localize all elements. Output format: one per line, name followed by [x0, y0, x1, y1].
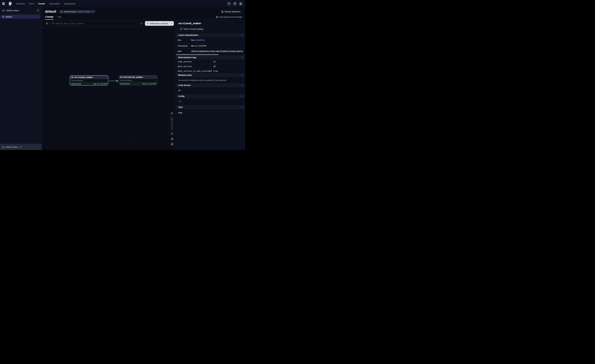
expand-sidebar-panel-icon[interactable] — [45, 21, 49, 25]
asset-group-badge: Asset Group in 250321-dvers — [58, 10, 96, 14]
tag-row: data_version_is_user_provided true — [176, 69, 245, 73]
row-label: Run — [176, 37, 189, 43]
lineage-panel: Materialize selected ▼ versioned_nu — [42, 20, 176, 150]
collapse-caret-icon: ▼ — [241, 85, 243, 86]
badge-group-link[interactable]: 250321-dvers — [78, 10, 91, 13]
refresh-icon[interactable] — [20, 146, 22, 148]
sidebar-group-label: 250321-dvers — [6, 9, 35, 12]
sidebar-group-count: 1 — [36, 9, 40, 12]
tag-row: data_version 20 — [176, 64, 245, 69]
nav-item-deployment[interactable]: Deployment — [64, 2, 75, 5]
table-row: path /Users/smackesey/stm/code/elementl/… — [176, 49, 245, 54]
zoom-slider-handle[interactable] — [171, 118, 173, 120]
nav-item-overview[interactable]: Overview — [16, 2, 25, 5]
content: Materialize selected ▼ versioned_nu — [42, 20, 245, 150]
tag-value: 20 — [211, 64, 245, 69]
search-icon — [52, 22, 54, 25]
zoom-out-icon[interactable] — [170, 132, 174, 136]
nav-item-runs[interactable]: Runs — [29, 2, 34, 5]
nav-item-assets[interactable]: Assets — [38, 2, 45, 5]
timestamp-value: Mar 21, 5:29 PM — [189, 43, 245, 49]
collapse-caret-icon: ▼ — [241, 75, 243, 76]
dagster-logo-icon[interactable] — [8, 1, 13, 6]
sidebar-item-default[interactable]: default — [1, 15, 40, 19]
refresh-icon[interactable] — [92, 10, 94, 13]
table-row: Run Run c9a40434 — [176, 37, 245, 43]
section-latest-materialization[interactable]: Latest materialization ▼ — [176, 33, 245, 37]
section-metadata-plots[interactable]: Metadata plots ▼ — [176, 73, 245, 77]
collapse-caret-icon: ▼ — [241, 106, 243, 108]
zoom-slider[interactable] — [170, 115, 174, 132]
tag-value: v5 — [211, 59, 245, 64]
asset-node-timestamp: Mar 21, 5:29 PM — [93, 83, 107, 85]
latest-materialization-table: Run Run c9a40434 Timestamp Mar 21, 5:29 … — [176, 37, 245, 54]
asset-node-description: No description — [119, 79, 157, 82]
scrollbar-thumb[interactable] — [176, 54, 219, 55]
nav-item-automation[interactable]: Automation — [49, 2, 60, 5]
refresh-graph-icon[interactable] — [139, 21, 143, 26]
asset-node-title: versioned_number — [74, 76, 93, 78]
folder-icon — [2, 9, 5, 12]
lineage-edge-arrow — [109, 79, 119, 83]
external-link-icon — [180, 28, 182, 30]
lineage-graph-icon — [216, 16, 218, 18]
folder-icon — [2, 146, 5, 148]
main-area: default Asset Group in 250321-dvers Relo… — [42, 7, 245, 150]
search-icon[interactable] — [227, 1, 231, 6]
table-icon — [120, 76, 122, 78]
materialization-tags-table: code_version v5 data_version 20 data_ver… — [176, 59, 245, 73]
graph-settings-gear-icon[interactable] — [170, 137, 174, 141]
tag-row: code_version v5 — [176, 59, 245, 64]
download-graph-icon[interactable] — [170, 142, 174, 146]
asset-detail-panel: versioned_number View in Asset Catalog L… — [176, 20, 245, 150]
section-code-version[interactable]: Code Version ▼ — [176, 84, 245, 87]
path-link[interactable]: /Users/smackesey/stm/code/elementl/exper… — [191, 50, 243, 52]
view-global-asset-lineage-link[interactable]: View global asset lineage — [216, 16, 242, 20]
nav-links: Overview Runs Assets Automation Deployme… — [16, 2, 75, 5]
materialize-dropdown-caret[interactable]: ▼ — [170, 21, 174, 26]
asset-group-icon — [60, 10, 63, 13]
view-in-asset-catalog-button[interactable]: View in Asset Catalog — [178, 27, 205, 31]
table-icon — [71, 76, 73, 78]
row-label: Timestamp — [176, 43, 189, 49]
asset-node-status: Materialized — [120, 83, 130, 85]
lineage-toolbar: Materialize selected ▼ — [42, 20, 176, 27]
tab-lineage[interactable]: Lineage — [45, 14, 54, 20]
asset-node-description: No description — [70, 79, 108, 82]
reload-definitions-button[interactable]: Reload definitions — [219, 9, 242, 14]
collapse-caret-icon: ▼ — [241, 57, 243, 58]
collapse-caret-icon: ▼ — [241, 35, 243, 36]
type-value: Any — [176, 109, 245, 117]
page-header: default Asset Group in 250321-dvers Relo… — [42, 7, 245, 14]
asset-node-timestamp: Mar 21, 5:25 PM — [143, 83, 156, 85]
asset-node-versioned-number[interactable]: versioned_number No description Material… — [70, 75, 108, 86]
zoom-in-icon[interactable] — [170, 111, 174, 115]
sidebar-footer: 250321-dvers — [0, 144, 42, 150]
top-nav: Overview Runs Assets Automation Deployme… — [0, 0, 245, 7]
tag-key: data_version — [176, 64, 211, 69]
settings-gear-icon[interactable] — [238, 1, 243, 6]
section-materialization-tags[interactable]: Materialization tags ▼ — [176, 56, 245, 59]
materialize-selected-button[interactable]: Materialize selected ▼ — [145, 21, 174, 26]
sidebar-group-row[interactable]: 250321-dvers 1 — [0, 7, 42, 14]
collapse-caret-icon: ▼ — [241, 96, 243, 97]
tag-key: code_version — [176, 59, 211, 64]
metadata-plots-empty-text: No numeric metadata entries available to… — [176, 77, 245, 84]
zoom-controls — [170, 111, 174, 146]
lineage-canvas[interactable]: versioned_number No description Material… — [42, 27, 176, 150]
horizontal-scrollbar — [176, 54, 245, 56]
badge-prefix: Asset Group in — [64, 10, 77, 13]
search-input[interactable] — [56, 22, 136, 25]
hamburger-menu-icon[interactable] — [2, 2, 6, 6]
sidebar-footer-label: 250321-dvers — [6, 146, 18, 148]
dagster-app: Overview Runs Assets Automation Deployme… — [0, 0, 245, 150]
tab-list[interactable]: List — [57, 14, 61, 20]
section-config[interactable]: Config ▼ — [176, 94, 245, 98]
run-id-link[interactable]: c9a40434 — [195, 39, 205, 41]
help-icon[interactable] — [233, 1, 237, 6]
section-type[interactable]: Type ▼ — [176, 105, 245, 109]
page-title: default — [45, 9, 56, 14]
asset-node-multiplied-number[interactable]: multiplied_number No description Materia… — [119, 75, 157, 85]
code-version-value: v5 — [176, 87, 245, 94]
config-value: Any — [176, 98, 245, 105]
